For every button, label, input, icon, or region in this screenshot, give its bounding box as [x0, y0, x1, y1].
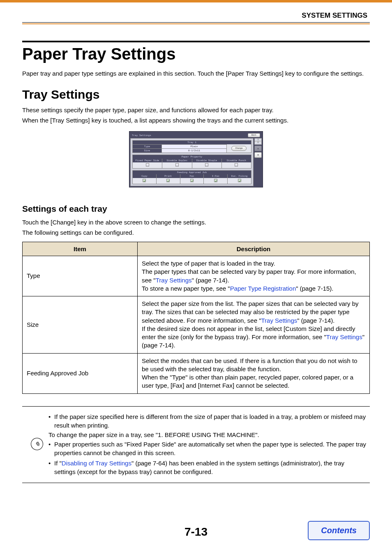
- row-feed-desc: Select the modes that can be used. If th…: [138, 353, 370, 393]
- lcd-prop-3: Disable Punch: [222, 159, 251, 162]
- link-tray-settings[interactable]: Tray Settings: [156, 277, 192, 284]
- table-row: Size Select the paper size from the list…: [23, 296, 370, 354]
- checkbox[interactable]: [146, 163, 149, 166]
- lcd-type-value: Plain: [161, 144, 226, 148]
- row-type-item: Type: [23, 256, 138, 296]
- checkbox-checked[interactable]: [143, 179, 146, 182]
- tray-settings-heading: Tray Settings: [22, 88, 370, 102]
- each-tray-heading: Settings of each tray: [22, 204, 370, 214]
- section-header: SYSTEM SETTINGS: [22, 12, 370, 20]
- intro-text: Paper tray and paper type settings are e…: [22, 69, 370, 78]
- page-title: Paper Tray Settings: [22, 45, 370, 63]
- note-1: If the paper size specified here is diff…: [48, 412, 367, 430]
- lcd-prop-header: Paper Property: [133, 155, 251, 159]
- lcd-job-3: I-Fax: [204, 174, 227, 178]
- title-rule: [22, 41, 370, 42]
- row-size-item: Size: [23, 296, 138, 354]
- col-item: Item: [23, 242, 138, 256]
- note-1b: To change the paper size in a tray, see …: [48, 431, 367, 438]
- header-rule: [22, 22, 370, 23]
- table-row: Type Select the type of paper that is lo…: [23, 256, 370, 296]
- note-icon: ✎: [30, 437, 45, 452]
- lcd-prop-0: Fixed Paper Side: [133, 159, 162, 162]
- row-size-desc: Select the paper size from the list. The…: [138, 296, 370, 354]
- contents-button[interactable]: Contents: [308, 521, 370, 540]
- note-box: ✎ If the paper size specified here is di…: [22, 406, 370, 483]
- each-tray-para2: The following settings can be configured…: [22, 228, 370, 237]
- tray-settings-para1: These settings specify the paper type, p…: [22, 106, 370, 114]
- header-accent: [22, 23, 370, 24]
- checkbox-checked[interactable]: [190, 179, 194, 182]
- checkbox-checked[interactable]: [238, 179, 241, 182]
- each-tray-para1: Touch the [Change] key in the above scre…: [22, 218, 370, 227]
- link-tray-settings[interactable]: Tray Settings: [261, 317, 297, 324]
- checkbox[interactable]: [205, 163, 208, 166]
- lcd-prop-1: Disable Duplex: [162, 159, 191, 162]
- lcd-job-0: Copy: [133, 174, 156, 178]
- checkbox[interactable]: [175, 163, 179, 166]
- back-button[interactable]: Back: [248, 133, 260, 137]
- change-button[interactable]: Change: [231, 146, 246, 151]
- note-2: Paper properties such as "Fixed Paper Si…: [48, 440, 367, 457]
- lcd-job-4: Doc. Filing: [228, 174, 251, 178]
- checkbox[interactable]: [235, 163, 238, 166]
- row-type-desc: Select the type of paper that is loaded …: [138, 256, 370, 296]
- lcd-type-label: Type: [133, 144, 161, 148]
- checkbox-checked[interactable]: [214, 179, 217, 182]
- lcd-job-2: Fax: [180, 174, 204, 178]
- lcd-job-1: Print: [157, 174, 180, 178]
- lcd-screenshot: Tray Settings Back Tray 1 Type Size: [129, 131, 263, 187]
- top-accent-bar: [0, 0, 392, 2]
- page-indicator: 1 6: [254, 138, 262, 145]
- row-feed-item: Feeding Approved Job: [23, 353, 138, 393]
- link-paper-type-registration[interactable]: Paper Type Registration: [230, 285, 296, 292]
- checkbox-checked[interactable]: [166, 179, 170, 182]
- lcd-size-value: 8-1/2x11: [161, 148, 226, 153]
- link-tray-settings[interactable]: Tray Settings: [326, 333, 362, 340]
- scroll-down-button[interactable]: ▼: [254, 152, 262, 158]
- settings-table: Item Description Type Select the type of…: [22, 242, 370, 394]
- lcd-size-label: Size: [133, 148, 161, 153]
- lcd-feed-header: Feeding Approved Job: [133, 171, 251, 174]
- tray-settings-para2: When the [Tray Settings] key is touched,…: [22, 116, 370, 125]
- note-3: If "Disabling of Tray Settings" (page 7-…: [48, 459, 367, 476]
- lcd-prop-2: Disable Staple: [192, 159, 221, 162]
- lcd-title: Tray Settings: [132, 134, 151, 137]
- link-disabling-tray-settings[interactable]: Disabling of Tray Settings: [62, 460, 131, 467]
- table-row: Feeding Approved Job Select the modes th…: [23, 353, 370, 393]
- col-desc: Description: [138, 242, 370, 256]
- scroll-up-button[interactable]: ▲: [254, 146, 262, 151]
- lcd-tray-label: Tray 1: [133, 141, 251, 144]
